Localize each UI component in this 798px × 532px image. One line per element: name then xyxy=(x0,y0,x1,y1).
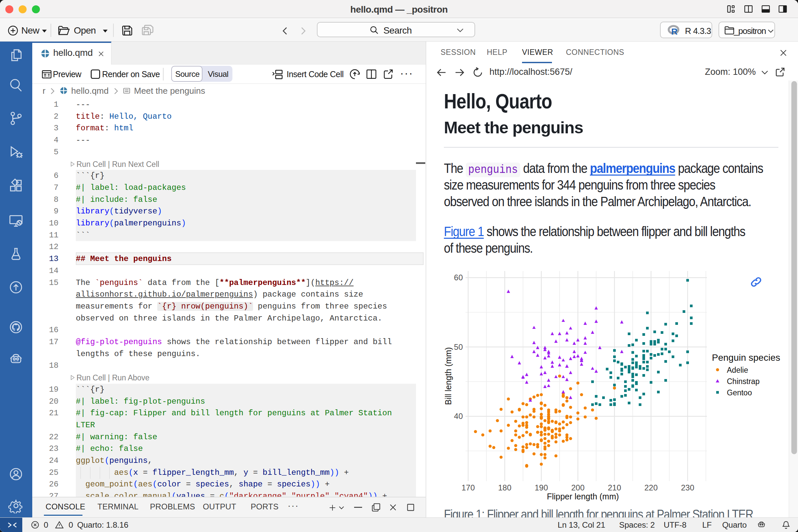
svg-text:Adelie: Adelie xyxy=(727,366,748,374)
svg-text:200: 200 xyxy=(571,483,585,492)
svg-text:60: 60 xyxy=(454,273,463,282)
svg-text:Gentoo: Gentoo xyxy=(727,388,752,397)
svg-text:Chinstrap: Chinstrap xyxy=(727,377,759,386)
svg-text:170: 170 xyxy=(461,483,475,492)
svg-text:R: R xyxy=(671,26,678,37)
svg-text:50: 50 xyxy=(454,342,463,352)
svg-text:Flipper length (mm): Flipper length (mm) xyxy=(547,492,619,501)
svg-text:220: 220 xyxy=(644,483,658,492)
svg-text:40: 40 xyxy=(454,412,463,421)
svg-text:Penguin species: Penguin species xyxy=(712,353,780,363)
svg-text:230: 230 xyxy=(681,483,694,492)
svg-text:210: 210 xyxy=(608,483,621,492)
svg-text:Bill length (mm): Bill length (mm) xyxy=(443,347,453,405)
svg-text:190: 190 xyxy=(535,483,548,492)
svg-text:180: 180 xyxy=(498,483,511,492)
